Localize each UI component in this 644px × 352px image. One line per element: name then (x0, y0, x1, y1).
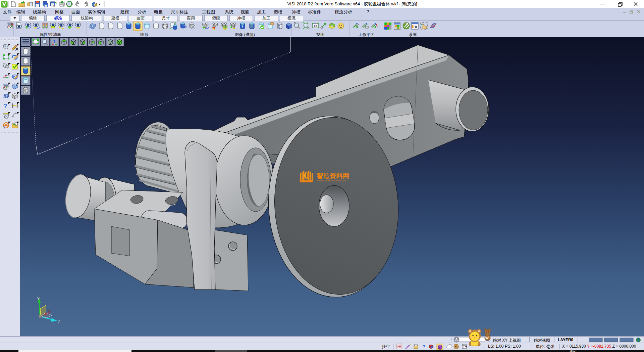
svg-text:W: W (485, 336, 489, 340)
svg-text:?: ? (422, 344, 425, 349)
svg-text:Z: Z (58, 319, 60, 324)
svg-text:X: X (48, 309, 51, 314)
svg-text:Y: Y (37, 296, 40, 301)
svg-text:1:1: 1:1 (314, 25, 318, 28)
svg-text:?: ? (3, 102, 7, 109)
svg-text:A: A (455, 338, 458, 342)
svg-text:INTELLIGENT MANUFACTURING DATA: INTELLIGENT MANUFACTURING DATA (317, 180, 346, 182)
svg-text:智造资料网: 智造资料网 (316, 172, 350, 179)
